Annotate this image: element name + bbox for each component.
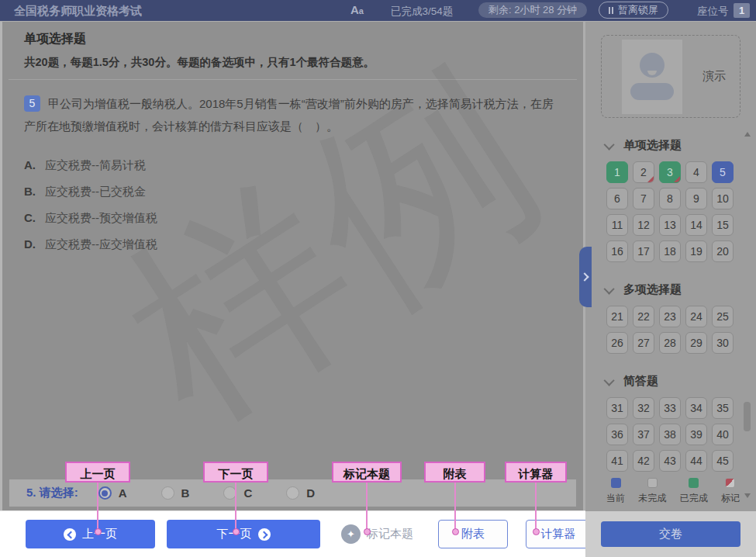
scroll-down-icon[interactable] (744, 493, 751, 498)
scroll-up-icon[interactable] (744, 132, 751, 137)
legend-done-icon (689, 478, 699, 488)
nav-section-3: 简答题313233343536373839404142434445 (585, 374, 756, 472)
option-a[interactable]: A.应交税费--简易计税 (24, 158, 583, 173)
question-tile-2[interactable]: 2 (633, 161, 654, 183)
question-tile-45[interactable]: 45 (712, 450, 734, 472)
question-tile-35[interactable]: 35 (712, 397, 734, 419)
question-tile-24[interactable]: 24 (685, 306, 707, 327)
option-d[interactable]: D.应交税费--应交增值税 (24, 237, 583, 252)
question-tile-3[interactable]: 3 (659, 161, 681, 183)
question-tile-33[interactable]: 33 (659, 397, 681, 419)
question-tile-9[interactable]: 9 (685, 188, 707, 209)
bottom-toolbar: 上一页 下一页 ✦ 标记本题 附表 计算器 (0, 511, 585, 557)
mark-star-icon: ✦ (341, 524, 361, 544)
radio-icon (161, 486, 174, 500)
question-tile-26[interactable]: 26 (606, 332, 628, 354)
question-tile-7[interactable]: 7 (633, 188, 654, 209)
question-tile-19[interactable]: 19 (685, 240, 707, 262)
font-size-icon[interactable]: Aa (350, 3, 364, 16)
question-tile-4[interactable]: 4 (685, 161, 707, 183)
marked-corner-icon (647, 175, 654, 183)
nav-section-2: 多项选择题21222324252627282930 (585, 282, 756, 354)
question-tile-6[interactable]: 6 (606, 188, 628, 209)
pause-lock-label: 暂离锁屏 (618, 2, 658, 18)
question-tile-32[interactable]: 32 (633, 397, 654, 419)
section-header[interactable]: 单项选择题 (606, 138, 756, 153)
status-legend: 当前未完成已完成标记 (606, 478, 740, 505)
legend-label: 已完成 (680, 492, 708, 505)
chevron-down-icon (604, 139, 615, 150)
question-tile-20[interactable]: 20 (712, 240, 734, 262)
question-tile-25[interactable]: 25 (712, 306, 734, 327)
question-tile-27[interactable]: 27 (633, 332, 654, 354)
option-c[interactable]: C.应交税费--预交增值税 (24, 211, 583, 226)
pause-lock-button[interactable]: 暂离锁屏 (599, 2, 668, 19)
question-tile-5[interactable]: 5 (712, 161, 734, 183)
question-tile-grid: 1234567891011121314151617181920 (606, 161, 735, 262)
question-tile-39[interactable]: 39 (685, 424, 707, 445)
answer-radio-a[interactable]: A (98, 486, 127, 500)
section-header[interactable]: 简答题 (606, 374, 756, 389)
question-tile-29[interactable]: 29 (685, 332, 707, 354)
section-title: 简答题 (623, 374, 658, 389)
question-tile-41[interactable]: 41 (606, 450, 628, 472)
nav-section-1: 单项选择题1234567891011121314151617181920 (585, 138, 756, 262)
submit-paper-button[interactable]: 交卷 (601, 521, 740, 547)
question-tile-18[interactable]: 18 (659, 240, 681, 262)
question-tile-31[interactable]: 31 (606, 397, 628, 419)
chevron-left-circle-icon (64, 528, 76, 541)
question-tile-8[interactable]: 8 (659, 188, 681, 209)
question-tile-21[interactable]: 21 (606, 306, 628, 327)
question-tile-13[interactable]: 13 (659, 214, 681, 236)
question-tile-43[interactable]: 43 (659, 450, 681, 472)
question-tile-28[interactable]: 28 (659, 332, 681, 354)
question-tile-44[interactable]: 44 (685, 450, 707, 472)
question-block: 5甲公司为增值税一般纳税人。2018年5月销售一栋“营改增”前外购的房产，选择简… (2, 80, 583, 138)
option-b[interactable]: B.应交税费--已交税金 (24, 185, 583, 199)
calculator-button[interactable]: 计算器 (526, 520, 591, 548)
question-tile-42[interactable]: 42 (633, 450, 654, 472)
options-list: A.应交税费--简易计税 B.应交税费--已交税金 C.应交税费--预交增值税 … (2, 158, 583, 252)
mark-question-button[interactable]: ✦ 标记本题 (341, 524, 413, 544)
question-nav-sections: 单项选择题1234567891011121314151617181920多项选择… (585, 138, 756, 472)
next-page-button[interactable]: 下一页 (167, 520, 320, 548)
question-tile-12[interactable]: 12 (633, 214, 654, 236)
camera-preview-box: 演示 (601, 35, 740, 118)
prev-page-button[interactable]: 上一页 (26, 520, 155, 548)
question-tile-34[interactable]: 34 (685, 397, 707, 419)
question-tile-40[interactable]: 40 (712, 424, 734, 445)
question-panel: 样例 单项选择题 共20题，每题1.5分，共30分。每题的备选项中，只有1个最符… (0, 22, 583, 511)
question-tile-11[interactable]: 11 (606, 214, 628, 236)
question-tile-30[interactable]: 30 (712, 332, 734, 354)
section-header[interactable]: 多项选择题 (606, 282, 756, 297)
question-tile-15[interactable]: 15 (712, 214, 734, 236)
sidebar-collapse-tab[interactable] (579, 247, 592, 307)
chevron-right-icon (580, 272, 589, 281)
question-tile-10[interactable]: 10 (712, 188, 734, 209)
marked-corner-icon (673, 175, 681, 183)
answer-strip-label: 5. 请选择: (26, 486, 78, 500)
answer-radio-d[interactable]: D (286, 486, 315, 500)
legend-marked-icon (725, 478, 735, 488)
answer-strip: 5. 请选择: A B C D (9, 479, 576, 507)
question-tile-17[interactable]: 17 (633, 240, 654, 262)
question-tile-23[interactable]: 23 (659, 306, 681, 327)
question-tile-1[interactable]: 1 (606, 161, 628, 183)
person-icon (640, 53, 665, 78)
appendix-button[interactable]: 附表 (438, 520, 508, 548)
legend-item-done: 已完成 (680, 478, 708, 505)
answer-radio-b[interactable]: B (161, 486, 190, 500)
section-title: 单项选择题 (24, 31, 561, 47)
legend-todo-icon (647, 478, 658, 488)
sidebar-scrollbar[interactable] (744, 132, 751, 498)
question-tile-36[interactable]: 36 (606, 424, 628, 445)
question-tile-22[interactable]: 22 (633, 306, 654, 327)
legend-label: 当前 (606, 492, 625, 505)
answer-radio-c[interactable]: C (223, 486, 252, 500)
scrollbar-thumb[interactable] (744, 402, 751, 431)
radio-icon (223, 486, 236, 500)
question-tile-14[interactable]: 14 (685, 214, 707, 236)
question-tile-16[interactable]: 16 (606, 240, 628, 262)
question-tile-38[interactable]: 38 (659, 424, 681, 445)
question-tile-37[interactable]: 37 (633, 424, 654, 445)
